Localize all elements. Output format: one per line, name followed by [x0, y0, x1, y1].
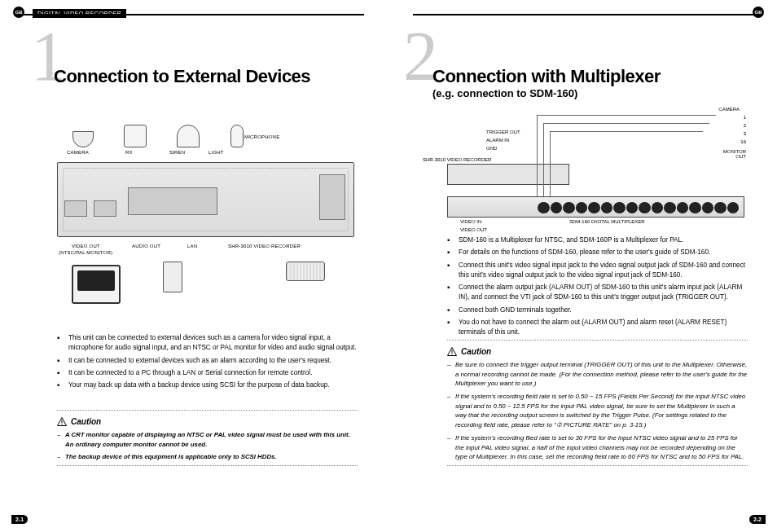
page-title: Connection to External Devices: [54, 66, 310, 87]
label-video-out-sub: (NTSC/PAL MONITOR): [59, 250, 112, 255]
caution-item: If the system's recording filed rate is …: [447, 433, 748, 462]
warning-icon: [447, 347, 457, 356]
label-trigger-out: TRIGGER OUT: [486, 130, 520, 134]
label-mux: SDM-160 DIGITAL MULTIPLEXER: [569, 219, 645, 224]
header-rule: [413, 14, 754, 15]
page-left: GB DIGITAL VIDEO RECORDER 1 Connection t…: [8, 7, 379, 522]
bullet: You do not have to connect the alarm out…: [447, 318, 748, 338]
bullet: This unit can be connected to external d…: [57, 333, 358, 354]
page-right: GB 2 Connection with Multiplexer (e.g. c…: [398, 7, 769, 522]
bullet-block: This unit can be connected to external d…: [57, 333, 358, 393]
label-rx: RX: [125, 150, 133, 155]
caution-block: Caution Be sure to connect the trigger o…: [447, 336, 748, 471]
warning-icon: [57, 417, 67, 426]
gb-badge: GB: [13, 7, 24, 18]
diagram-multiplexer: CAMERA 1 2 3 16 MONITOR OUT TRIGGER OUT …: [447, 112, 744, 226]
caution-title: Caution: [461, 345, 491, 358]
multiplexer-box: [447, 196, 744, 218]
label-recorder: SHR-3010 VIDEO RECORDER: [228, 244, 301, 248]
label-camera: CAMERA: [718, 107, 740, 112]
bullet: Connect both GND terminals together.: [447, 306, 748, 315]
bullet: It can be connected to a PC through a LA…: [57, 368, 358, 378]
label-siren: SIREN: [169, 150, 185, 155]
label-cam-3: 3: [744, 131, 746, 136]
bullet: Your may back up data with a backup devi…: [57, 380, 358, 390]
bullet: For details on the functions of SDM-160,…: [447, 248, 748, 257]
label-alarm-in: ALARM IN: [486, 138, 509, 143]
page-title: Connection with Multiplexer: [432, 66, 661, 87]
page-number: 2-1: [11, 515, 28, 524]
svg-point-3: [451, 354, 452, 354]
label-video-in: VIDEO IN: [460, 219, 481, 224]
bullet: Connect the alarm output jack (ALARM OUT…: [447, 283, 748, 303]
page-number: 2-2: [749, 515, 766, 524]
label-camera: CAMERA: [67, 150, 89, 155]
caution-title: Caution: [71, 415, 101, 428]
label-monitor-out: MONITOR OUT: [713, 149, 746, 159]
camera-icon: [72, 131, 94, 147]
label-cam-1: 1: [744, 115, 746, 120]
label-cam-2: 2: [744, 123, 746, 128]
label-lan: LAN: [187, 244, 197, 248]
bullet: It can be connected to external devices …: [57, 356, 358, 366]
label-gnd: GND: [486, 146, 497, 151]
light-icon: [230, 125, 244, 147]
caution-item: A CRT monitor capable of displaying an N…: [57, 430, 358, 449]
label-mic: MICROPHONE: [244, 134, 279, 139]
siren-icon: [177, 125, 200, 147]
bullet: SDM-160 is a Multiplexer for NTSC, and S…: [447, 235, 748, 245]
label-video-out: VIDEO OUT: [460, 227, 487, 232]
manual-spread: GB DIGITAL VIDEO RECORDER 1 Connection t…: [8, 7, 769, 522]
recorder-rear-panel: [57, 162, 354, 237]
scsi-drive-icon: [286, 262, 325, 281]
gb-badge: GB: [753, 7, 764, 18]
bullet-block: SDM-160 is a Multiplexer for NTSC, and S…: [447, 235, 748, 341]
diagram-external-devices: CAMERA RX SIREN LIGHT MICROPHONE VIDEO O…: [57, 113, 354, 325]
caution-block: Caution A CRT monitor capable of display…: [57, 407, 358, 471]
caution-item: The backup device of this equipment is a…: [57, 452, 358, 462]
caution-item: If the system's recording field rate is …: [447, 392, 748, 430]
header-rule: [23, 14, 364, 15]
caution-item: Be sure to connect the trigger output te…: [447, 360, 748, 389]
monitor-icon: [72, 265, 121, 304]
label-video-out: VIDEO OUT: [72, 244, 100, 248]
page-subtitle: (e.g. connection to SDM-160): [432, 87, 577, 99]
pc-icon: [163, 262, 182, 292]
label-cam-16: 16: [740, 139, 746, 144]
label-light: LIGHT: [209, 150, 224, 155]
rx-icon: [124, 125, 147, 147]
svg-point-1: [61, 424, 62, 424]
label-audio-out: AUDIO OUT: [132, 244, 160, 248]
bullet: Connect this unit's video signal input j…: [447, 261, 748, 281]
label-recorder: SHR-3010 VIDEO RECORDER: [423, 157, 491, 162]
